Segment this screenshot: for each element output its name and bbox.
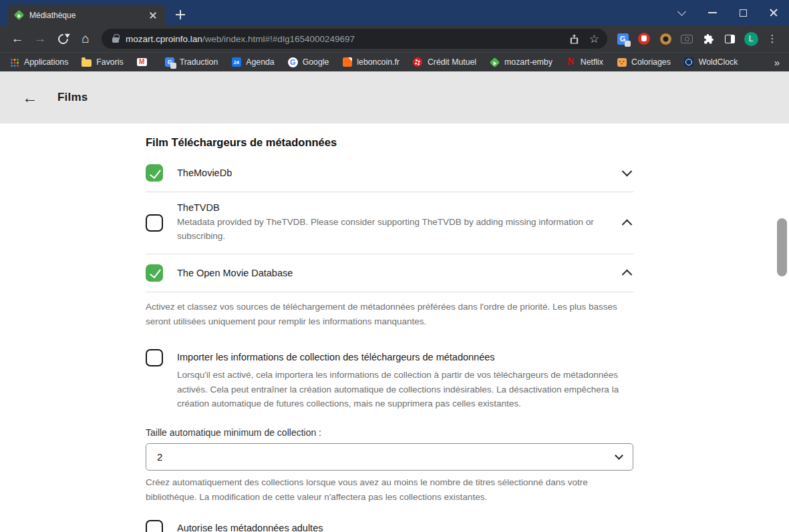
emby-icon bbox=[490, 57, 500, 67]
clock-icon bbox=[684, 57, 694, 67]
translate-icon: G bbox=[617, 33, 629, 45]
page-header: ← Films bbox=[0, 71, 789, 123]
puzzle-icon bbox=[703, 33, 714, 45]
bookmark-agenda[interactable]: 24Agenda bbox=[231, 57, 274, 67]
bookmark-star-icon[interactable]: ☆ bbox=[589, 33, 599, 45]
close-icon bbox=[769, 8, 778, 17]
providers-help-text: Activez et classez vos sources de téléch… bbox=[146, 300, 633, 329]
omdb-checkbox[interactable] bbox=[146, 264, 163, 282]
leboncoin-icon bbox=[342, 57, 352, 67]
bookmark-applications[interactable]: Applications bbox=[9, 57, 68, 67]
bookmark-gmail[interactable]: M bbox=[137, 57, 152, 67]
share-icon[interactable] bbox=[569, 33, 580, 45]
page-content: Film Téléchargeurs de métadonnées TheMov… bbox=[0, 123, 789, 532]
new-tab-button[interactable] bbox=[171, 5, 190, 24]
chevron-down-icon[interactable] bbox=[622, 166, 633, 176]
bookmark-woldclock[interactable]: WoldClock bbox=[684, 57, 738, 67]
back-button[interactable]: ← bbox=[7, 28, 28, 49]
emby-favicon-icon bbox=[14, 10, 24, 20]
window-controls bbox=[666, 0, 789, 25]
google-icon: G bbox=[288, 57, 298, 67]
provider-row-omdb[interactable]: The Open Movie Database bbox=[146, 254, 633, 292]
import-collections-field: Importer les informations de collection … bbox=[146, 349, 633, 411]
bookmark-google[interactable]: GGoogle bbox=[288, 57, 329, 67]
credit-mutuel-icon bbox=[413, 57, 423, 67]
close-button[interactable] bbox=[758, 0, 789, 25]
adult-metadata-checkbox[interactable] bbox=[146, 520, 163, 532]
folder-icon bbox=[82, 57, 92, 67]
profile-button[interactable]: L bbox=[741, 28, 761, 49]
themoviedb-checkbox[interactable] bbox=[146, 164, 163, 182]
minimize-button[interactable] bbox=[697, 0, 728, 25]
provider-name: The Open Movie Database bbox=[177, 268, 609, 278]
forward-button[interactable]: → bbox=[29, 28, 51, 49]
kebab-menu-icon: ⋮ bbox=[768, 33, 778, 45]
browser-window: Médiathèque ← → ⌂ mozart.cproinfo.lan /w… bbox=[0, 0, 789, 532]
tab-search-button[interactable] bbox=[666, 0, 697, 25]
ornate-extension-button[interactable] bbox=[655, 28, 675, 49]
page-back-button[interactable]: ← bbox=[22, 89, 37, 107]
address-bar[interactable]: mozart.cproinfo.lan /web/index.html#!#dl… bbox=[102, 29, 607, 49]
translate-extension-button[interactable]: G bbox=[613, 28, 633, 49]
avatar: L bbox=[744, 32, 758, 46]
bookmark-coloriages[interactable]: Coloriages bbox=[617, 57, 671, 67]
provider-description: Metadata provided by TheTVDB. Please con… bbox=[177, 215, 609, 244]
section-heading: Film Téléchargeurs de métadonnées bbox=[146, 136, 633, 149]
import-collections-checkbox[interactable] bbox=[146, 349, 163, 366]
translate-icon: G bbox=[165, 57, 175, 67]
provider-name: TheMovieDb bbox=[177, 168, 609, 178]
bookmarks-overflow-button[interactable]: » bbox=[774, 57, 780, 68]
reload-button[interactable] bbox=[52, 28, 73, 49]
vertical-scrollbar-thumb[interactable] bbox=[777, 218, 787, 276]
import-collections-description: Lorsqu'il est activé, cela importera les… bbox=[177, 368, 633, 411]
chevron-down-icon bbox=[677, 7, 686, 16]
min-collection-size-select[interactable]: 2 bbox=[146, 443, 633, 471]
min-collection-size-help: Créez automatiquement des collections lo… bbox=[146, 475, 633, 505]
netflix-icon: N bbox=[566, 57, 576, 67]
provider-name: TheTVDB bbox=[177, 202, 609, 213]
page-title: Films bbox=[57, 91, 88, 104]
extensions-button[interactable] bbox=[698, 28, 718, 49]
browser-tab[interactable]: Médiathèque bbox=[7, 5, 166, 25]
tab-title: Médiathèque bbox=[29, 11, 142, 20]
metadata-settings-form: Film Téléchargeurs de métadonnées TheMov… bbox=[146, 123, 633, 532]
chevron-up-icon[interactable] bbox=[622, 270, 633, 280]
side-panel-button[interactable] bbox=[720, 28, 740, 49]
provider-row-themoviedb[interactable]: TheMovieDb bbox=[146, 154, 633, 192]
back-icon: ← bbox=[11, 31, 24, 46]
adult-metadata-field: Autorise les métadonnées adultes Autoris… bbox=[146, 520, 633, 532]
bookmark-leboncoin[interactable]: leboncoin.fr bbox=[342, 57, 400, 67]
thetvdb-checkbox[interactable] bbox=[146, 214, 163, 232]
bookmarks-bar: Applications Favoris M GTraduction 24Age… bbox=[0, 52, 789, 71]
bookmark-traduction[interactable]: GTraduction bbox=[165, 57, 218, 67]
adult-metadata-label: Autorise les métadonnées adultes bbox=[177, 523, 568, 532]
gmail-icon: M bbox=[137, 57, 147, 67]
bookmark-favoris[interactable]: Favoris bbox=[82, 57, 123, 67]
reload-icon bbox=[55, 31, 69, 45]
bear-icon bbox=[617, 57, 627, 67]
calendar-icon: 24 bbox=[231, 57, 241, 67]
maximize-button[interactable] bbox=[728, 0, 758, 25]
adblock-hand-icon bbox=[638, 33, 650, 45]
provider-row-thetvdb[interactable]: TheTVDB Metadata provided by TheTVDB. Pl… bbox=[146, 192, 633, 254]
titlebar: Médiathèque bbox=[0, 0, 789, 25]
screenshot-extension-button[interactable] bbox=[677, 28, 697, 49]
tab-close-icon[interactable] bbox=[147, 9, 159, 21]
bookmark-credit-mutuel[interactable]: Crédit Mutuel bbox=[413, 57, 476, 67]
adblock-extension-button[interactable] bbox=[634, 28, 654, 49]
maximize-icon bbox=[740, 9, 747, 17]
apps-grid-icon bbox=[9, 57, 19, 67]
home-button[interactable]: ⌂ bbox=[75, 28, 96, 49]
minimize-icon bbox=[708, 12, 717, 13]
import-collections-label: Importer les informations de collection … bbox=[177, 352, 633, 362]
bookmark-netflix[interactable]: NNetflix bbox=[566, 57, 603, 67]
home-icon: ⌂ bbox=[82, 31, 89, 46]
bookmark-mozart-emby[interactable]: mozart-emby bbox=[490, 57, 553, 67]
url-host: mozart.cproinfo.lan bbox=[126, 34, 202, 44]
url-path: /web/index.html#!#dlg1654000249697 bbox=[202, 34, 562, 44]
browser-menu-button[interactable]: ⋮ bbox=[762, 28, 782, 49]
chevron-up-icon[interactable] bbox=[622, 220, 633, 230]
browser-toolbar: ← → ⌂ mozart.cproinfo.lan /web/index.htm… bbox=[0, 25, 789, 52]
side-panel-icon bbox=[725, 35, 735, 43]
min-collection-size-field: Taille automatique minimum de collection… bbox=[146, 427, 633, 505]
